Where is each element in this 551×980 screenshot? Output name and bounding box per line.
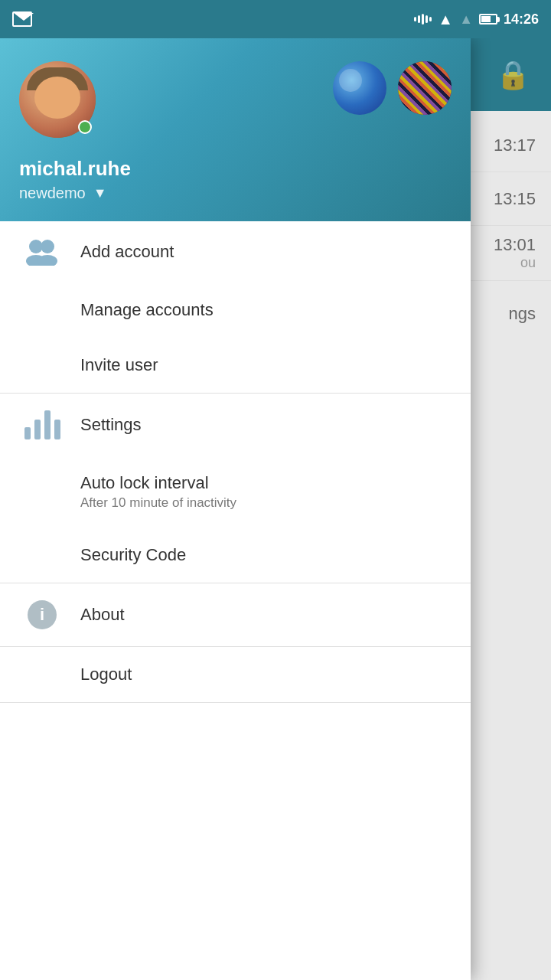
server-row[interactable]: newdemo ▼ — [19, 185, 452, 202]
drawer-user-info: michal.ruhe newdemo ▼ — [19, 153, 452, 202]
invite-user-item[interactable]: Invite user — [0, 338, 471, 393]
add-account-icon — [23, 238, 61, 266]
about-text: About — [80, 605, 125, 625]
bars-icon — [24, 410, 60, 439]
username: michal.ruhe — [19, 157, 452, 181]
main-area: 🔒 13:17 13:15 13:01 ou ngs — [0, 38, 551, 980]
drawer-menu: Add account Manage accounts Invite user — [0, 221, 471, 980]
settings-text: Settings — [80, 415, 142, 435]
email-icon — [12, 11, 32, 27]
lock-icon: 🔒 — [496, 59, 530, 91]
logout-label: Logout — [80, 665, 132, 684]
wifi-icon: ▲ — [438, 11, 453, 28]
about-icon: i — [23, 600, 61, 629]
drawer: michal.ruhe newdemo ▼ — [0, 38, 471, 980]
security-code-item[interactable]: Security Code — [0, 528, 471, 583]
chat-time-2: 13:15 — [494, 189, 536, 209]
signal-icon: ▲ ▲ — [459, 11, 473, 28]
status-bar: ▲ ▲ ▲ 14:26 — [0, 0, 551, 38]
settings-item[interactable]: Settings — [0, 394, 471, 456]
avatar-container[interactable] — [19, 61, 96, 138]
online-indicator — [78, 120, 92, 134]
logout-section: Logout — [0, 647, 471, 703]
settings-section: Settings Auto lock interval After 10 min… — [0, 394, 471, 583]
manage-accounts-item[interactable]: Manage accounts — [0, 283, 471, 338]
dropdown-arrow-icon[interactable]: ▼ — [93, 185, 107, 201]
battery-icon — [479, 14, 497, 24]
autolock-text: Auto lock interval After 10 minute of in… — [80, 473, 236, 511]
invite-user-label: Invite user — [80, 355, 158, 375]
about-item[interactable]: i About — [0, 583, 471, 646]
chat-preview: ou — [494, 255, 536, 271]
info-icon: i — [28, 600, 57, 629]
svg-point-2 — [41, 240, 54, 253]
about-label: About — [80, 605, 125, 625]
manage-accounts-text: Manage accounts — [80, 300, 214, 320]
drawer-header-top — [19, 61, 452, 138]
add-account-text: Add account — [80, 242, 174, 262]
pattern-icon[interactable] — [398, 61, 452, 115]
autolock-item[interactable]: Auto lock interval After 10 minute of in… — [0, 456, 471, 528]
status-bar-left — [12, 11, 32, 27]
invite-user-text: Invite user — [80, 355, 158, 375]
globe-icon[interactable] — [333, 61, 386, 115]
status-bar-right: ▲ ▲ ▲ 14:26 — [414, 11, 539, 28]
autolock-label: Auto lock interval — [80, 473, 236, 493]
add-account-label: Add account — [80, 242, 174, 262]
drawer-header: michal.ruhe newdemo ▼ — [0, 38, 471, 221]
people-icon — [24, 238, 60, 266]
autolock-value: After 10 minute of inactivity — [80, 495, 236, 511]
settings-label: Settings — [80, 415, 142, 435]
chat-time-1: 13:17 — [494, 136, 536, 155]
security-code-label: Security Code — [80, 545, 186, 565]
header-icons — [333, 61, 452, 115]
time-display: 14:26 — [504, 11, 539, 28]
logout-text: Logout — [80, 665, 132, 684]
logout-item[interactable]: Logout — [0, 647, 471, 702]
add-account-item[interactable]: Add account — [0, 221, 471, 283]
manage-accounts-label: Manage accounts — [80, 300, 214, 320]
settings-icon — [23, 410, 61, 439]
about-section: i About — [0, 583, 471, 647]
chat-time-3: 13:01 — [494, 235, 536, 255]
lock-icon-container: 🔒 — [490, 52, 536, 98]
security-code-text: Security Code — [80, 545, 186, 565]
account-section: Add account Manage accounts Invite user — [0, 221, 471, 394]
servername: newdemo — [19, 185, 86, 202]
vibrate-icon — [414, 14, 432, 24]
